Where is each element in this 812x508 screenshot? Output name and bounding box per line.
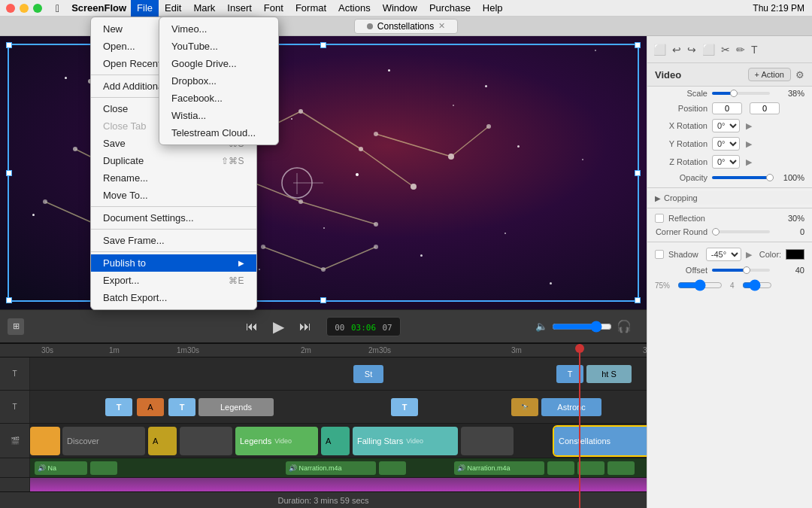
- snap-icon[interactable]: ⊞: [8, 318, 24, 335]
- tab-close-icon[interactable]: ✕: [438, 21, 445, 31]
- position-y-input[interactable]: [750, 102, 780, 114]
- settings-gear-icon[interactable]: ⚙: [795, 69, 804, 81]
- z-rotation-arrow-icon[interactable]: ▶: [746, 157, 752, 167]
- menu-insert[interactable]: Insert: [221, 0, 258, 17]
- panel-icon-1[interactable]: ⬜: [653, 44, 666, 56]
- narration-clip-btn5[interactable]: [607, 461, 635, 475]
- menu-file[interactable]: File: [131, 0, 159, 17]
- fast-forward-button[interactable]: ⏭: [299, 320, 311, 333]
- document-tab[interactable]: Constellations ✕: [354, 19, 458, 34]
- clip-intro[interactable]: [30, 427, 60, 455]
- menu-item-move-to[interactable]: Move To...: [91, 187, 256, 204]
- menu-help[interactable]: Help: [477, 0, 509, 17]
- rewind-button[interactable]: ⏮: [246, 320, 258, 333]
- clip-A2[interactable]: A: [321, 427, 350, 455]
- opacity-thumb[interactable]: [766, 174, 774, 181]
- submenu-item-dropbox[interactable]: Dropbox...: [159, 72, 278, 90]
- menu-item-rename[interactable]: Rename...: [91, 169, 256, 187]
- video-track-content: Discover A Legends Video A Falling: [30, 424, 647, 458]
- clip-constellations[interactable]: Constellations: [554, 427, 647, 455]
- menu-window[interactable]: Window: [377, 0, 423, 17]
- scale-slider[interactable]: [712, 92, 770, 95]
- submenu-item-wistia[interactable]: Wistia...: [159, 107, 278, 124]
- controls-bar: ⊞ ⏮ ▶ ⏭ 00 03:06 07 🔈 🎧: [0, 309, 647, 342]
- menu-item-save-frame[interactable]: Save Frame...: [91, 232, 256, 249]
- detail-slider2[interactable]: [742, 279, 772, 291]
- submenu-item-facebook[interactable]: Facebook...: [159, 90, 278, 107]
- reflection-checkbox[interactable]: [655, 214, 664, 223]
- narration-clip-3[interactable]: 🔊 Narration.m4a: [454, 461, 544, 475]
- narration-clip-btn2[interactable]: [379, 461, 406, 475]
- fullscreen-button[interactable]: [33, 4, 42, 13]
- scale-thumb[interactable]: [730, 90, 738, 97]
- narration-clip-btn1[interactable]: [90, 461, 117, 475]
- panel-icon-2[interactable]: ↩: [672, 44, 681, 56]
- x-rotation-arrow-icon[interactable]: ▶: [746, 121, 752, 131]
- narration-clip-btn3[interactable]: [547, 461, 574, 475]
- z-rotation-select[interactable]: 0°: [712, 155, 740, 169]
- panel-icon-4[interactable]: ⬜: [702, 44, 715, 56]
- panel-icon-6[interactable]: ✏: [736, 44, 745, 56]
- clip-legends-video[interactable]: Legends Video: [235, 427, 318, 455]
- title-clip-legends[interactable]: Legends: [198, 398, 274, 416]
- corner-thumb[interactable]: [712, 228, 720, 236]
- menu-item-doc-settings[interactable]: Document Settings...: [91, 209, 256, 227]
- clip-A1[interactable]: A: [148, 427, 177, 455]
- menu-item-publish-to[interactable]: Publish to ▶: [91, 254, 256, 272]
- title-clip-A[interactable]: A: [137, 398, 164, 416]
- y-rotation-arrow-icon[interactable]: ▶: [746, 139, 752, 149]
- submenu-item-youtube[interactable]: YouTube...: [159, 38, 278, 55]
- x-rotation-select[interactable]: 0°: [712, 119, 740, 132]
- menu-edit[interactable]: Edit: [159, 0, 187, 17]
- snap-button[interactable]: ⊞: [8, 318, 24, 335]
- opacity-slider[interactable]: [712, 176, 770, 179]
- offset-thumb[interactable]: [743, 266, 750, 274]
- menu-item-batch-export[interactable]: Batch Export...: [91, 289, 256, 306]
- y-rotation-select[interactable]: 0°: [712, 137, 740, 151]
- clip-dark2[interactable]: [461, 427, 514, 455]
- minimize-button[interactable]: [20, 4, 29, 13]
- shadow-checkbox[interactable]: [655, 250, 664, 259]
- detail-val-4: 4: [730, 281, 735, 290]
- shadow-arrow-icon[interactable]: ▶: [746, 250, 752, 260]
- narration-clip-2[interactable]: 🔊 Narration.m4a: [286, 461, 376, 475]
- position-x-input[interactable]: [712, 102, 742, 114]
- title-clip-T[interactable]: T: [105, 398, 132, 416]
- close-button[interactable]: [6, 4, 15, 13]
- volume-slider[interactable]: [552, 321, 612, 333]
- clip-discover[interactable]: Discover: [62, 427, 145, 455]
- app-name[interactable]: ScreenFlow: [67, 2, 131, 14]
- menu-format[interactable]: Format: [289, 0, 332, 17]
- title-clip-T3[interactable]: T: [391, 398, 418, 416]
- narration-clip-1[interactable]: 🔊 Na: [35, 461, 87, 475]
- play-button[interactable]: ▶: [273, 318, 284, 336]
- menu-purchase[interactable]: Purchase: [423, 0, 477, 17]
- shadow-color-swatch[interactable]: [786, 249, 804, 260]
- shadow-angle-select[interactable]: -45°: [706, 248, 741, 261]
- panel-icon-5[interactable]: ✂: [721, 44, 730, 56]
- submenu-item-google-drive[interactable]: Google Drive...: [159, 55, 278, 72]
- clip-dark1[interactable]: [180, 427, 232, 455]
- detail-slider1[interactable]: [677, 279, 723, 291]
- menu-item-export[interactable]: Export... ⌘E: [91, 272, 256, 289]
- narration-clip-btn4[interactable]: [577, 461, 604, 475]
- action-button[interactable]: + Action: [748, 68, 791, 81]
- clip-falling-stars[interactable]: Falling Stars Video: [353, 427, 458, 455]
- menu-mark[interactable]: Mark: [187, 0, 221, 17]
- panel-icon-7[interactable]: T: [751, 44, 758, 56]
- corner-slider[interactable]: [712, 230, 770, 233]
- title-clip[interactable]: St: [353, 365, 383, 383]
- title-clip[interactable]: ht S: [586, 365, 632, 383]
- cropping-header[interactable]: ▶ Cropping: [647, 191, 812, 205]
- menu-actions[interactable]: Actions: [332, 0, 377, 17]
- menu-font[interactable]: Font: [258, 0, 289, 17]
- panel-icon-3[interactable]: ↪: [687, 44, 696, 56]
- apple-menu[interactable]: : [48, 2, 67, 14]
- submenu-item-telestream[interactable]: Telestream Cloud...: [159, 124, 278, 141]
- title-clip-T2[interactable]: T: [168, 398, 195, 416]
- submenu-item-vimeo[interactable]: Vimeo...: [159, 20, 278, 38]
- title-clip-astronc2[interactable]: Astronc: [541, 398, 601, 416]
- menu-item-duplicate[interactable]: Duplicate ⇧⌘S: [91, 152, 256, 169]
- offset-slider[interactable]: [712, 269, 770, 272]
- title-clip-astronc[interactable]: 🔭: [511, 398, 538, 416]
